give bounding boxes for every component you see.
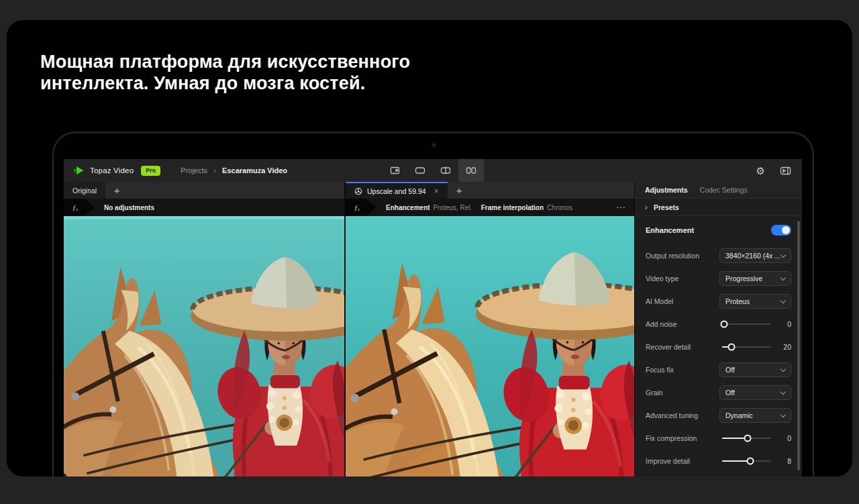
recover-detail-slider[interactable]	[722, 340, 771, 354]
single-view-icon	[415, 166, 425, 174]
chevron-down-icon	[780, 411, 786, 417]
enhancement-row: Enhancement	[646, 221, 791, 239]
slider-knob[interactable]	[720, 321, 727, 328]
control-row-advanced-tuning: Advanced tuningDynamic	[646, 405, 791, 425]
new-tab-button[interactable]: +	[448, 182, 470, 199]
fx-badge: ƒₓ	[64, 199, 95, 216]
slider-track[interactable]	[722, 323, 771, 325]
breadcrumb: Projects › Escaramuza Video	[181, 166, 287, 175]
advanced-tuning-label: Advanced tuning	[646, 411, 719, 419]
improve-detail-slider[interactable]	[722, 454, 771, 468]
enhancement-filter-value: Proteus, Rel.	[434, 204, 472, 211]
fix-compression-slider[interactable]	[722, 431, 771, 446]
enhancement-label: Enhancement	[646, 226, 694, 234]
original-filter-bar: ƒₓ No adjustments	[64, 199, 344, 216]
control-row-recover-detail: Recover detail20	[646, 337, 791, 357]
control-row-fix-compression: Fix compression0	[646, 428, 791, 448]
app-logo[interactable]: Topaz Video Pro	[73, 165, 160, 176]
focus-fix-label: Focus fix	[646, 366, 719, 374]
grain-value: Off	[725, 389, 735, 397]
page-heading: Мощная платформа для искусственного инте…	[40, 51, 470, 94]
side-by-side-view-button[interactable]	[458, 159, 484, 182]
ai-model-dropdown[interactable]: Proteus	[719, 294, 791, 309]
filter-separator: ·	[475, 204, 477, 211]
slider-track[interactable]	[722, 346, 771, 348]
upscale-tab-bar: Upscale and 59.94 ✕ +	[346, 182, 634, 199]
sidebar-scrollbar[interactable]	[797, 221, 800, 470]
control-row-add-noise: Add noise0	[646, 314, 791, 334]
app-toolbar: Topaz Video Pro Projects › Escaramuza Vi…	[64, 159, 802, 182]
ai-model-value: Proteus	[725, 297, 750, 305]
more-options-icon[interactable]: ···	[617, 203, 626, 211]
fix-compression-value: 0	[774, 434, 791, 442]
presets-row[interactable]: › Presets	[635, 199, 802, 216]
output-resolution-dropdown[interactable]: 3840×2160 (4x ...	[719, 248, 791, 263]
enhancement-wheel-icon	[354, 187, 362, 195]
original-video-viewport[interactable]	[64, 216, 344, 476]
upscaled-video-viewport[interactable]	[346, 216, 634, 476]
export-panel-icon[interactable]	[780, 166, 791, 175]
settings-gear-icon[interactable]: ⚙	[756, 166, 765, 176]
split-view-button[interactable]	[433, 159, 458, 182]
improve-detail-value: 8	[774, 457, 791, 465]
recover-detail-label: Recover detail	[646, 343, 722, 351]
tab-codec-settings[interactable]: Codec Settings	[700, 186, 748, 194]
slider-track[interactable]	[722, 460, 771, 462]
breadcrumb-separator-icon: ›	[213, 166, 216, 175]
enhancement-filter-label: Enhancement	[386, 204, 430, 211]
slider-track[interactable]	[722, 438, 771, 439]
add-noise-slider[interactable]	[722, 317, 771, 332]
page-background: Мощная платформа для искусственного инте…	[0, 0, 859, 504]
close-tab-icon[interactable]: ✕	[434, 188, 440, 195]
adjustments-sidebar: Adjustments Codec Settings › Presets Enh…	[634, 182, 802, 476]
breadcrumb-current: Escaramuza Video	[222, 166, 287, 174]
upscaled-video-frame	[346, 216, 634, 476]
output-resolution-value: 3840×2160 (4x ...	[725, 252, 780, 260]
video-type-dropdown[interactable]: Progressive	[719, 271, 791, 286]
chevron-down-icon	[780, 252, 786, 257]
chevron-down-icon	[780, 274, 786, 280]
split-view-icon	[440, 166, 451, 174]
grain-label: Grain	[646, 389, 719, 397]
grain-dropdown[interactable]: Off	[719, 385, 791, 400]
slider-knob[interactable]	[744, 435, 751, 442]
tab-original-label: Original	[72, 187, 97, 195]
tab-original[interactable]: Original	[64, 182, 105, 199]
device-frame: Topaz Video Pro Projects › Escaramuza Vi…	[52, 132, 814, 476]
single-view-button[interactable]	[407, 159, 433, 182]
brand-name: Topaz Video	[90, 166, 134, 174]
tab-adjustments[interactable]: Adjustments	[645, 186, 688, 194]
fx-icon: ƒₓ	[354, 203, 360, 211]
slider-knob[interactable]	[727, 344, 735, 351]
control-row-output-resolution: Output resolution3840×2160 (4x ...	[646, 246, 791, 266]
upscale-filter-bar: ƒₓ Enhancement Proteus, Rel. · Frame int…	[346, 199, 634, 216]
advanced-tuning-dropdown[interactable]: Dynamic	[719, 408, 791, 423]
new-tab-button[interactable]: +	[105, 182, 128, 199]
enhancement-toggle[interactable]	[771, 225, 791, 236]
original-tab-bar: Original +	[64, 182, 344, 199]
side-by-side-view-icon	[466, 166, 476, 174]
tab-upscale[interactable]: Upscale and 59.94 ✕	[346, 182, 448, 199]
fit-view-button[interactable]	[382, 159, 407, 182]
slider-knob[interactable]	[746, 458, 754, 465]
focus-fix-dropdown[interactable]: Off	[719, 362, 791, 377]
upscale-pane: Upscale and 59.94 ✕ + ƒₓ Enhancement	[346, 182, 634, 476]
breadcrumb-projects[interactable]: Projects	[181, 166, 207, 174]
chevron-down-icon	[780, 389, 786, 394]
app-window: Topaz Video Pro Projects › Escaramuza Vi…	[64, 159, 802, 476]
focus-fix-value: Off	[725, 366, 735, 374]
pro-badge: Pro	[141, 166, 160, 176]
original-video-frame	[64, 216, 344, 476]
tab-upscale-label: Upscale and 59.94	[367, 187, 426, 195]
interpolation-filter-value: Chronos	[547, 204, 572, 211]
video-type-value: Progressive	[725, 274, 762, 283]
sidebar-body: Enhancement Output resolution3840×2160 (…	[635, 216, 802, 476]
no-adjustments-label: No adjustments	[104, 204, 154, 211]
presets-label: Presets	[654, 203, 679, 211]
recover-detail-value: 20	[774, 343, 791, 351]
view-mode-switcher	[382, 159, 484, 182]
control-row-ai-model: AI ModelProteus	[646, 291, 791, 311]
fix-compression-label: Fix compression	[646, 434, 722, 442]
chevron-down-icon	[780, 297, 786, 303]
fit-view-icon	[390, 166, 400, 174]
